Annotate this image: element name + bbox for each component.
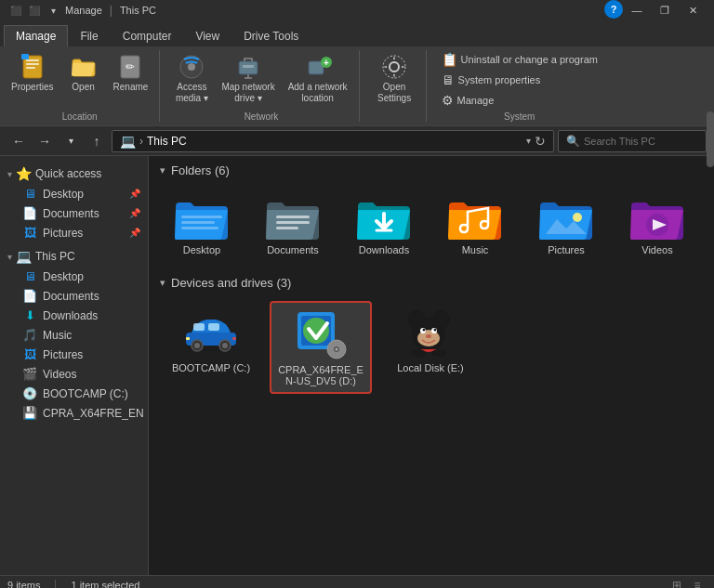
ribbon-btn-open[interactable]: Open bbox=[63, 50, 104, 95]
folder-music[interactable]: Music bbox=[433, 189, 517, 261]
search-bar[interactable]: 🔍 Search This PC bbox=[558, 130, 707, 152]
folder-videos[interactable]: Videos bbox=[615, 189, 699, 261]
sidebar-this-pc-header[interactable]: ▾ 💻 This PC bbox=[0, 246, 148, 267]
videos-label: Videos bbox=[43, 368, 140, 381]
access-media-label: Accessmedia ▾ bbox=[176, 82, 208, 104]
downloads-folder-icon bbox=[356, 194, 412, 241]
minimize-button[interactable]: — bbox=[623, 0, 651, 20]
desktop-pin-icon: 📌 bbox=[129, 189, 140, 199]
quick-btn-2[interactable]: ⬛ bbox=[26, 2, 43, 19]
ribbon-group-settings-items: OpenSettings bbox=[374, 50, 415, 120]
folder-downloads[interactable]: Downloads bbox=[342, 189, 426, 261]
pictures-quick-label: Pictures bbox=[43, 227, 124, 240]
music-folder-label: Music bbox=[462, 244, 489, 255]
svg-point-15 bbox=[390, 62, 399, 72]
documents-quick-label: Documents bbox=[43, 207, 124, 220]
quick-access-label: Quick access bbox=[35, 167, 101, 180]
address-bar[interactable]: 💻 › This PC ▾ ↻ bbox=[112, 130, 554, 152]
ribbon-group-location-items: Properties Open ✏ bbox=[7, 50, 152, 110]
sidebar-item-documents-quick[interactable]: 📄 Documents 📌 bbox=[0, 203, 148, 223]
ribbon-btn-map-drive[interactable]: Map networkdrive ▾ bbox=[218, 50, 278, 106]
sidebar-item-music[interactable]: 🎵 Music bbox=[0, 325, 148, 345]
ribbon-content: Properties Open ✏ bbox=[0, 46, 714, 125]
local-disk-label: Local Disk (E:) bbox=[397, 362, 464, 373]
folder-documents[interactable]: Documents bbox=[251, 189, 335, 261]
back-button[interactable]: ← bbox=[7, 130, 30, 152]
devices-chevron-icon: ▾ bbox=[160, 277, 165, 289]
tab-view[interactable]: View bbox=[183, 25, 231, 46]
quick-btn-dropdown[interactable]: ▾ bbox=[45, 2, 61, 19]
svg-rect-19 bbox=[181, 227, 218, 229]
device-cpra[interactable]: CPRA_X64FRE_EN-US_DV5 (D:) bbox=[270, 301, 372, 394]
view-btn-large-icons[interactable]: ⊞ bbox=[668, 578, 686, 589]
device-bootcamp[interactable]: BOOTCAMP (C:) bbox=[160, 301, 262, 394]
ribbon-btn-system-props[interactable]: 🖥 System properties bbox=[438, 71, 602, 89]
map-drive-label: Map networkdrive ▾ bbox=[221, 82, 274, 104]
tab-computer[interactable]: Computer bbox=[111, 25, 184, 46]
local-disk-icon bbox=[398, 307, 463, 359]
ribbon-btn-manage[interactable]: ⚙ Manage bbox=[438, 91, 602, 110]
open-settings-label: OpenSettings bbox=[377, 82, 411, 104]
ribbon-btn-uninstall[interactable]: 📋 Uninstall or change a program bbox=[438, 50, 602, 69]
folders-section-header[interactable]: ▾ Folders (6) bbox=[160, 163, 703, 177]
status-bar: 9 items 1 item selected ⊞ ≡ bbox=[0, 575, 714, 588]
sidebar-item-cpra[interactable]: 💾 CPRA_X64FRE_EN bbox=[0, 403, 148, 423]
sidebar-item-videos[interactable]: 🎬 Videos bbox=[0, 364, 148, 384]
forward-button[interactable]: → bbox=[33, 130, 56, 152]
device-local-disk[interactable]: Local Disk (E:) bbox=[379, 301, 482, 394]
bootcamp-label: BOOTCAMP (C:) bbox=[43, 387, 140, 400]
ribbon-group-settings: OpenSettings bbox=[371, 50, 427, 122]
system-group-links: 📋 Uninstall or change a program 🖥 System… bbox=[438, 50, 602, 110]
desktop-quick-label: Desktop bbox=[43, 188, 124, 201]
help-button[interactable]: ? bbox=[604, 0, 623, 19]
sidebar-item-pictures-quick[interactable]: 🖼 Pictures 📌 bbox=[0, 223, 148, 242]
recent-locations-button[interactable]: ▾ bbox=[60, 130, 82, 152]
videos-folder-label: Videos bbox=[641, 244, 672, 255]
maximize-button[interactable]: ❐ bbox=[651, 0, 679, 20]
tab-manage[interactable]: Manage bbox=[4, 25, 68, 46]
ribbon-btn-properties[interactable]: Properties bbox=[7, 50, 58, 95]
ribbon-btn-access-media[interactable]: Accessmedia ▾ bbox=[171, 50, 212, 106]
svg-rect-3 bbox=[26, 67, 35, 69]
documents-label: Documents bbox=[43, 290, 140, 303]
sidebar-item-bootcamp[interactable]: 💿 BOOTCAMP (C:) bbox=[0, 384, 148, 403]
ribbon-btn-open-settings[interactable]: OpenSettings bbox=[374, 50, 415, 106]
view-buttons: ⊞ ≡ bbox=[668, 578, 707, 589]
cpra-label: CPRA_X64FRE_EN bbox=[43, 407, 144, 420]
desktop-sidebar-icon: 🖥 bbox=[22, 269, 37, 283]
cpra-sidebar-icon: 💾 bbox=[22, 406, 37, 420]
up-button[interactable]: ↑ bbox=[86, 130, 108, 152]
access-media-icon bbox=[177, 52, 206, 82]
bootcamp-sidebar-icon: 💿 bbox=[22, 386, 37, 400]
system-props-icon: 🖥 bbox=[442, 72, 455, 87]
devices-section-header[interactable]: ▾ Devices and drives (3) bbox=[160, 276, 703, 290]
address-chevron-icon: ▾ bbox=[526, 136, 531, 146]
music-folder-icon bbox=[447, 194, 503, 241]
sidebar-item-downloads[interactable]: ⬇ Downloads bbox=[0, 306, 148, 325]
close-button[interactable]: ✕ bbox=[679, 0, 707, 20]
add-location-label: Add a networklocation bbox=[288, 82, 348, 104]
svg-point-8 bbox=[188, 63, 195, 71]
folder-pictures[interactable]: Pictures bbox=[524, 189, 608, 261]
view-btn-details[interactable]: ≡ bbox=[688, 578, 707, 589]
tab-drive-tools[interactable]: Drive Tools bbox=[231, 25, 311, 46]
sidebar-quick-access-header[interactable]: ▾ ⭐ Quick access bbox=[0, 163, 148, 184]
open-label: Open bbox=[72, 82, 94, 93]
quick-btn-1[interactable]: ⬛ bbox=[7, 2, 24, 19]
this-pc-chevron: ▾ bbox=[7, 252, 12, 262]
sidebar-item-desktop-quick[interactable]: 🖥 Desktop 📌 bbox=[0, 184, 148, 203]
refresh-button[interactable]: ↻ bbox=[535, 134, 546, 149]
ribbon-btn-add-location[interactable]: + Add a networklocation bbox=[284, 50, 351, 106]
svg-point-49 bbox=[423, 329, 426, 332]
sidebar-item-desktop[interactable]: 🖥 Desktop bbox=[0, 267, 148, 286]
folder-desktop[interactable]: Desktop bbox=[160, 189, 244, 261]
pictures-pin-icon: 📌 bbox=[129, 228, 140, 238]
bootcamp-icon bbox=[178, 307, 244, 359]
uninstall-label: Uninstall or change a program bbox=[461, 54, 598, 65]
sidebar-item-pictures[interactable]: 🖼 Pictures bbox=[0, 345, 148, 364]
folders-section-title: Folders (6) bbox=[171, 163, 230, 177]
sidebar-item-documents[interactable]: 📄 Documents bbox=[0, 286, 148, 306]
ribbon-btn-rename[interactable]: ✏ Rename bbox=[110, 50, 152, 95]
ribbon-group-network: Accessmedia ▾ Map networkdrive ▾ bbox=[171, 50, 359, 122]
tab-file[interactable]: File bbox=[68, 25, 110, 46]
